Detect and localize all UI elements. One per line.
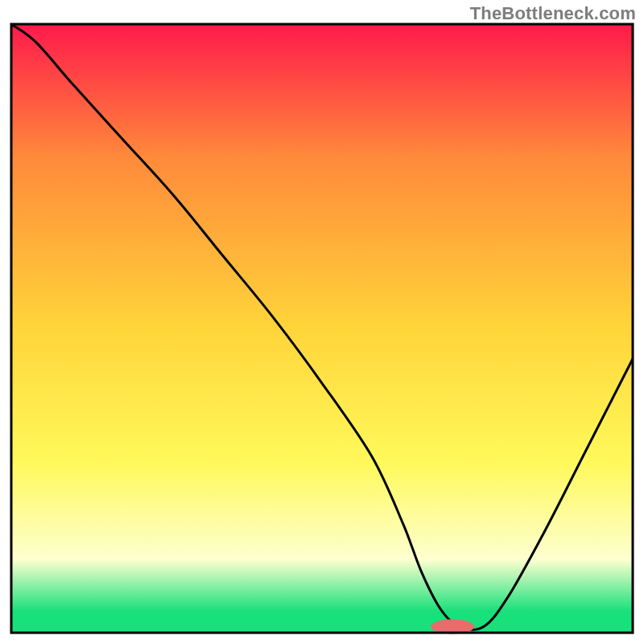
chart-stage: TheBottleneck.com [0, 0, 644, 644]
bottleneck-chart [0, 0, 644, 644]
plot-area [11, 24, 633, 634]
watermark-text: TheBottleneck.com [470, 3, 636, 24]
